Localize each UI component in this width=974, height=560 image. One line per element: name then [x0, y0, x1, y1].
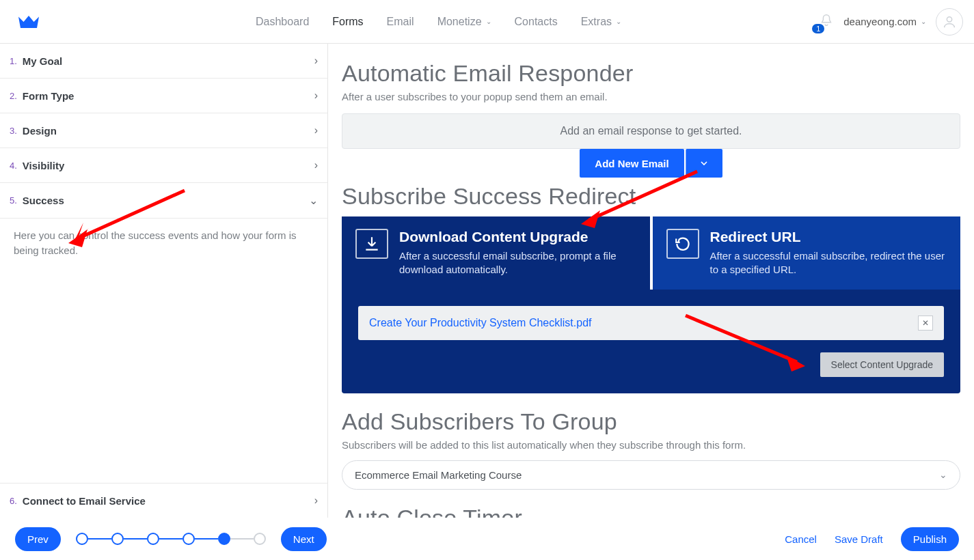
step-dot[interactable]: [111, 533, 124, 545]
select-content-upgrade-button[interactable]: Select Content Upgrade: [820, 352, 944, 377]
prev-button[interactable]: Prev: [15, 527, 61, 551]
chevron-down-icon: ⌄: [921, 18, 926, 25]
step-dot[interactable]: [76, 533, 88, 545]
selected-file-name[interactable]: Create Your Productivity System Checklis…: [369, 317, 591, 329]
main-content: Automatic Email Responder After a user s…: [328, 44, 974, 518]
step-description: Here you can control the success events …: [0, 219, 327, 268]
nav-contacts[interactable]: Contacts: [515, 16, 558, 28]
step-dot[interactable]: [147, 533, 159, 545]
step-dot[interactable]: [254, 533, 266, 545]
footer: Prev Next Cancel Save Draft Publish: [0, 518, 974, 560]
notifications-button[interactable]: 1: [819, 13, 834, 31]
sidebar-step-visibility[interactable]: 4. Visibility ›: [0, 148, 327, 183]
logo-crown-icon[interactable]: [16, 12, 44, 31]
avatar[interactable]: [936, 8, 963, 36]
add-new-email-dropdown[interactable]: [686, 149, 722, 178]
section-title-responder: Automatic Email Responder: [342, 60, 960, 87]
user-icon: [942, 14, 957, 29]
main-nav: Dashboard Forms Email Monetize⌄ Contacts…: [256, 16, 621, 28]
chevron-right-icon: ›: [314, 89, 318, 102]
section-title-timer: Auto Close Timer: [342, 505, 960, 518]
svg-point-0: [947, 16, 951, 21]
account-menu[interactable]: deanyeong.com ⌄: [843, 16, 926, 27]
sidebar-step-connect-email[interactable]: 6. Connect to Email Service ›: [0, 483, 327, 518]
section-title-redirect: Subscribe Success Redirect: [342, 183, 960, 210]
download-card-body: Create Your Productivity System Checklis…: [342, 290, 960, 393]
sidebar: 1. My Goal › 2. Form Type › 3. Design › …: [0, 44, 328, 518]
nav-extras[interactable]: Extras⌄: [581, 16, 621, 28]
section-sub-group: Subscribers will be added to this list a…: [342, 439, 960, 451]
step-dot-current[interactable]: [218, 533, 230, 545]
step-dot[interactable]: [182, 533, 195, 545]
download-icon: [355, 229, 388, 259]
nav-dashboard[interactable]: Dashboard: [256, 16, 309, 28]
chevron-down-icon: [699, 158, 709, 169]
section-sub-responder: After a user subscribes to your popup se…: [342, 91, 960, 102]
cancel-link[interactable]: Cancel: [785, 533, 817, 545]
sidebar-step-design[interactable]: 3. Design ›: [0, 113, 327, 148]
sidebar-step-form-type[interactable]: 2. Form Type ›: [0, 79, 327, 113]
chevron-right-icon: ›: [314, 494, 318, 507]
save-draft-link[interactable]: Save Draft: [835, 533, 883, 545]
publish-button[interactable]: Publish: [901, 527, 959, 551]
card-redirect-url[interactable]: Redirect URL After a successful email su…: [653, 216, 961, 290]
redirect-icon: [666, 229, 699, 259]
sidebar-step-success[interactable]: 5. Success ⌄: [0, 183, 327, 219]
remove-file-button[interactable]: ✕: [918, 316, 933, 331]
sidebar-step-goal[interactable]: 1. My Goal ›: [0, 44, 327, 79]
chevron-down-icon: ⌄: [486, 18, 491, 25]
chevron-down-icon: ⌄: [616, 18, 621, 25]
selected-file-box: Create Your Productivity System Checklis…: [358, 306, 944, 340]
nav-monetize[interactable]: Monetize⌄: [437, 16, 491, 28]
chevron-right-icon: ›: [314, 124, 318, 137]
chevron-right-icon: ›: [314, 55, 318, 67]
topbar: Dashboard Forms Email Monetize⌄ Contacts…: [0, 0, 974, 44]
nav-forms[interactable]: Forms: [332, 16, 363, 28]
group-select[interactable]: Ecommerce Email Marketing Course ⌄: [342, 460, 960, 490]
notification-badge: 1: [812, 24, 824, 33]
chevron-down-icon: ⌄: [309, 194, 318, 207]
chevron-down-icon: ⌄: [939, 469, 947, 480]
add-new-email-button[interactable]: Add New Email: [580, 149, 684, 178]
section-title-group: Add Subscribers To Group: [342, 408, 960, 435]
card-download-content-upgrade[interactable]: Download Content Upgrade After a success…: [342, 216, 650, 290]
progress-stepper: [76, 533, 266, 545]
responder-empty-notice: Add an email response to get started.: [342, 113, 960, 149]
chevron-right-icon: ›: [314, 159, 318, 171]
next-button[interactable]: Next: [281, 527, 327, 551]
nav-email[interactable]: Email: [387, 16, 414, 28]
